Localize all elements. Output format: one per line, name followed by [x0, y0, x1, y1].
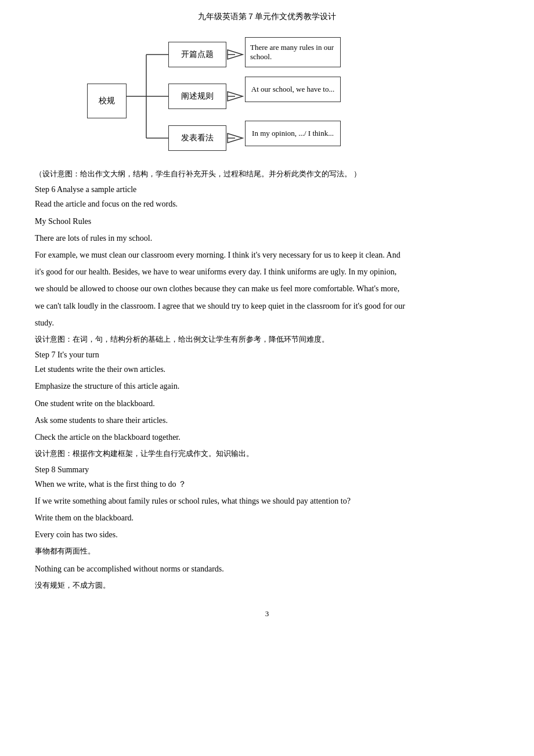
left-label-box: 校规: [87, 84, 127, 118]
middle-box-2: 阐述规则: [168, 84, 226, 109]
step-6-line-1: Read the article and focus on the red wo…: [35, 197, 499, 211]
step-7-line-3: One student write on the blackboard.: [35, 396, 499, 411]
step-6-line-3: There are lots of rules in my school.: [35, 231, 499, 245]
step-7-section: Step 7 It's your turn Let students write…: [35, 350, 499, 460]
middle-box-3: 发表看法: [168, 125, 226, 151]
step-7-line-1: Let students write the their own article…: [35, 362, 499, 377]
step-7-line-2: Emphasize the structure of this article …: [35, 379, 499, 393]
middle-box-1-text: 开篇点题: [181, 49, 214, 60]
svg-marker-7: [228, 92, 243, 101]
step-6-section: Step 6 Analyse a sample article Read the…: [35, 185, 499, 346]
step-6-line-7: we can't talk loudly in the classroom. I…: [35, 299, 499, 313]
step-6-design-note: 设计意图：在词，句，结构分析的基础上，给出例文让学生有所参考，降低环节间难度。: [35, 332, 499, 346]
step-8-line-5: Nothing can be accomplished without norm…: [35, 562, 499, 576]
step-6-line-4: For example, we must clean our classroom…: [35, 248, 499, 262]
right-box-2-text: At our school, we have to...: [251, 85, 334, 94]
step-6-line-5: it's good for our health. Besides, we ha…: [35, 265, 499, 279]
right-box-3-text: In my opinion, .../ I think...: [252, 129, 334, 138]
step-8-line-3: Write them on the blackboard.: [35, 511, 499, 525]
step-8-section: Step 8 Summary When we write, what is th…: [35, 465, 499, 592]
step-7-design-note: 设计意图：根据作文构建框架，让学生自行完成作文。知识输出。: [35, 447, 499, 460]
svg-marker-9: [228, 133, 243, 143]
step-8-line-2: If we write something about family rules…: [35, 494, 499, 508]
right-box-2: At our school, we have to...: [245, 77, 341, 102]
middle-box-1: 开篇点题: [168, 42, 226, 67]
right-box-1: There are many rules in our school.: [245, 37, 341, 67]
step-8-cn-2: 没有规矩，不成方圆。: [35, 578, 499, 592]
step-7-heading: Step 7 It's your turn: [35, 350, 499, 360]
step-7-line-5: Check the article on the blackboard toge…: [35, 430, 499, 444]
step-6-line-6: we should be allowed to choose our own c…: [35, 281, 499, 296]
right-box-1-text: There are many rules in our school.: [250, 43, 335, 62]
middle-box-3-text: 发表看法: [181, 133, 214, 143]
step-8-line-1: When we write, what is the first thing t…: [35, 477, 499, 491]
page-title: 九年级英语第７单元作文优秀教学设计: [35, 12, 499, 22]
step-8-heading: Step 8 Summary: [35, 465, 499, 475]
design-note-1: （设计意图：给出作文大纲，结构，学生自行补充开头，过程和结尾。并分析此类作文的写…: [35, 167, 499, 180]
svg-marker-5: [228, 50, 243, 59]
step-7-line-4: Ask some students to share their article…: [35, 413, 499, 428]
step-6-heading: Step 6 Analyse a sample article: [35, 185, 499, 194]
step-8-cn-1: 事物都有两面性。: [35, 544, 499, 558]
step-8-line-4: Every coin has two sides.: [35, 527, 499, 542]
diagram-area: 校规 开篇点题 阐述规则 发表看法 There are many rules i…: [87, 32, 447, 160]
page-number: 3: [35, 609, 499, 618]
left-label-text: 校规: [99, 96, 115, 106]
middle-box-2-text: 阐述规则: [181, 91, 214, 102]
step-6-line-2: My School Rules: [35, 214, 499, 229]
right-box-3: In my opinion, .../ I think...: [245, 121, 341, 146]
step-6-line-8: study.: [35, 316, 499, 330]
